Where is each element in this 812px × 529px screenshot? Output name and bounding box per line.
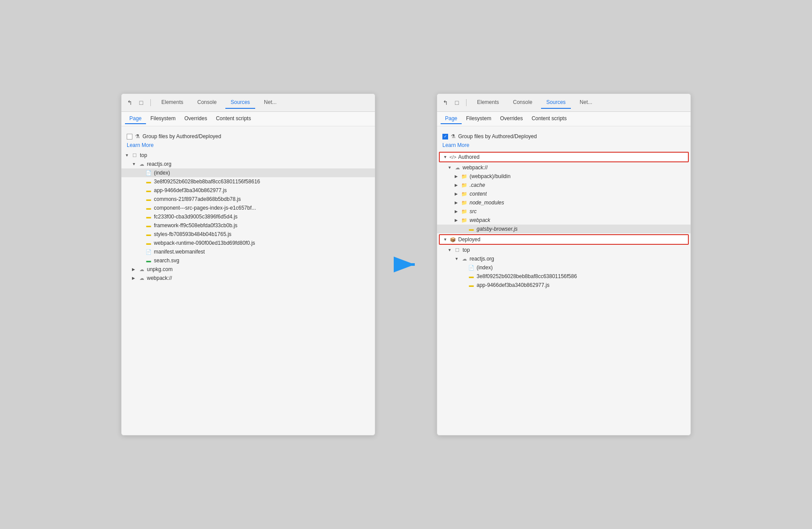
deployed-header[interactable]: 📦 Deployed xyxy=(439,234,689,245)
item-label: src xyxy=(470,208,477,214)
authored-header[interactable]: </> Authored xyxy=(439,152,689,162)
cursor-icon[interactable]: ↰ xyxy=(442,99,449,107)
expand-arrow[interactable] xyxy=(455,209,461,214)
group-files-checkbox-right[interactable] xyxy=(442,134,448,139)
tab-sources[interactable]: Sources xyxy=(225,97,255,109)
tree-item[interactable]: ▬ fc233f00-cba3d9005c3896f6d5d4.js xyxy=(121,212,375,221)
folder-icon: 📁 xyxy=(461,173,468,180)
tree-item[interactable]: ▬ component---src-pages-index-js-e1c657b… xyxy=(121,204,375,212)
tree-item[interactable]: ☁ unpkg.com xyxy=(121,265,375,274)
item-label: Authored xyxy=(458,154,480,160)
checkbox-label-right: Group files by Authored/Deployed xyxy=(458,133,537,139)
expand-arrow[interactable] xyxy=(455,174,461,179)
folder-empty-icon: ☐ xyxy=(131,152,138,159)
tree-item[interactable]: 📁 webpack xyxy=(437,216,691,225)
subtab-overrides[interactable]: Overrides xyxy=(180,114,211,124)
learn-more-left[interactable]: Learn More xyxy=(121,142,375,151)
checkbox-row-right: ⚗ Group files by Authored/Deployed xyxy=(437,131,691,142)
tab-network[interactable]: Net... xyxy=(259,97,282,109)
tree-item[interactable]: 📁 src xyxy=(437,207,691,216)
item-label: app-9466def3ba340b862977.js xyxy=(477,282,549,288)
cloud-icon: ☁ xyxy=(138,275,145,282)
tab-console[interactable]: Console xyxy=(192,97,222,109)
right-arrow-icon xyxy=(393,256,419,273)
item-label: (webpack)/buildin xyxy=(470,173,510,179)
tree-item[interactable]: 📁 (webpack)/buildin xyxy=(437,172,691,181)
expand-arrow[interactable] xyxy=(125,153,131,157)
cursor-icon[interactable]: ↰ xyxy=(126,99,134,107)
checkbox-row-left: ⚗ Group files by Authored/Deployed xyxy=(121,131,375,142)
item-label: framework-ff9c508ebfda0f33cb0b.js xyxy=(154,222,238,229)
expand-arrow[interactable] xyxy=(132,162,138,166)
file-icon: ▬ xyxy=(468,282,475,289)
folder-icon: 📁 xyxy=(461,182,468,189)
expand-arrow[interactable] xyxy=(448,165,454,170)
tab-network[interactable]: Net... xyxy=(574,97,598,109)
file-icon: ▬ xyxy=(145,178,152,185)
tree-item[interactable]: ☁ reactjs.org xyxy=(437,254,691,263)
subtab-content-scripts[interactable]: Content scripts xyxy=(211,114,255,124)
expand-arrow[interactable] xyxy=(443,237,449,242)
group-files-checkbox-left[interactable] xyxy=(127,134,132,139)
file-icon: ▬ xyxy=(145,196,152,203)
expand-arrow[interactable] xyxy=(132,267,138,272)
tab-elements[interactable]: Elements xyxy=(156,97,189,109)
code-icon: </> xyxy=(449,154,456,161)
expand-arrow[interactable] xyxy=(455,183,461,187)
expand-arrow[interactable] xyxy=(448,248,454,252)
expand-arrow[interactable] xyxy=(455,257,461,261)
subtab-overrides[interactable]: Overrides xyxy=(495,114,527,124)
tab-sources[interactable]: Sources xyxy=(541,97,571,109)
tree-item[interactable]: ▬ app-9466def3ba340b862977.js xyxy=(437,281,691,290)
item-label: .cache xyxy=(470,182,485,188)
expand-arrow[interactable] xyxy=(132,276,138,280)
learn-more-right[interactable]: Learn More xyxy=(437,142,691,151)
expand-arrow[interactable] xyxy=(443,155,449,159)
tab-console[interactable]: Console xyxy=(508,97,538,109)
expand-arrow[interactable] xyxy=(455,200,461,205)
tree-item[interactable]: 📁 .cache xyxy=(437,181,691,189)
tree-item[interactable]: ☁ webpack:// xyxy=(121,274,375,282)
tree-item[interactable]: ▬ webpack-runtime-090f00ed13bd69fd80f0.j… xyxy=(121,239,375,247)
tree-item[interactable]: ▬ framework-ff9c508ebfda0f33cb0b.js xyxy=(121,221,375,230)
tree-item[interactable]: ☁ reactjs.org xyxy=(121,160,375,168)
item-label: manifest.webmanifest xyxy=(154,249,205,255)
inspect-icon[interactable]: □ xyxy=(453,99,461,107)
expand-arrow[interactable] xyxy=(455,192,461,196)
item-label: commons-21f8977ade868b5bdb78.js xyxy=(154,196,241,202)
subtab-content-scripts[interactable]: Content scripts xyxy=(527,114,571,124)
tree-item[interactable]: ▬ 3e8f09252b6028beb8baf8cc63801156f586 xyxy=(437,272,691,281)
tree-item[interactable]: ▬ commons-21f8977ade868b5bdb78.js xyxy=(121,195,375,204)
subtab-filesystem[interactable]: Filesystem xyxy=(462,114,495,124)
file-icon: 📄 xyxy=(145,169,152,176)
item-label: gatsby-browser.js xyxy=(477,226,518,232)
tree-item[interactable]: ▬ app-9466def3ba340b862977.js xyxy=(121,186,375,195)
tree-item[interactable]: ▬ 3e8f09252b6028beb8baf8cc63801156f58616 xyxy=(121,177,375,186)
item-label: styles-fb708593b484b04b1765.js xyxy=(154,231,231,237)
tab-elements[interactable]: Elements xyxy=(472,97,504,109)
item-label: top xyxy=(140,152,147,158)
file-icon: ▬ xyxy=(468,273,475,280)
item-label: (index) xyxy=(477,264,493,271)
inspect-icon[interactable]: □ xyxy=(137,99,145,107)
tree-item[interactable]: ▬ styles-fb708593b484b04b1765.js xyxy=(121,230,375,239)
item-label: webpack:// xyxy=(463,164,488,171)
file-icon: ▬ xyxy=(145,213,152,220)
tree-item[interactable]: ☐ top xyxy=(121,151,375,160)
item-label: app-9466def3ba340b862977.js xyxy=(154,187,227,193)
tree-item[interactable]: ▬ gatsby-browser.js xyxy=(437,225,691,233)
tree-item[interactable]: 📁 node_modules xyxy=(437,198,691,207)
tree-item[interactable]: 📄 manifest.webmanifest xyxy=(121,247,375,256)
item-label: component---src-pages-index-js-e1c657bf.… xyxy=(154,205,256,211)
tree-item[interactable]: ▬ search.svg xyxy=(121,256,375,265)
subtab-page[interactable]: Page xyxy=(125,114,146,124)
subtab-filesystem[interactable]: Filesystem xyxy=(146,114,180,124)
tree-item[interactable]: 📄 (index) xyxy=(437,263,691,272)
tree-item[interactable]: 📄 (index) xyxy=(121,168,375,177)
tree-item[interactable]: ☁ webpack:// xyxy=(437,163,691,172)
tree-item[interactable]: ☐ top xyxy=(437,246,691,254)
expand-arrow[interactable] xyxy=(455,218,461,222)
subtab-page[interactable]: Page xyxy=(441,114,462,124)
tree-item[interactable]: 📁 content xyxy=(437,189,691,198)
file-tree-right: </> Authored ☁ webpack:// 📁 (webpack)/bu… xyxy=(437,152,691,290)
